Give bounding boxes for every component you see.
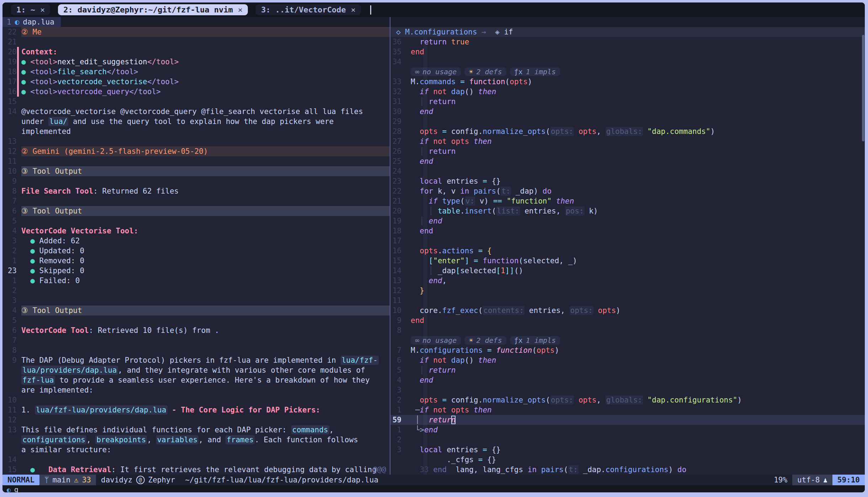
chat-line[interactable]: 12② Gemini (gemini-2.5-flash-preview-05-… <box>2 146 390 156</box>
scrollbar-thumb[interactable] <box>862 35 864 141</box>
chat-line[interactable]: 1 ● Failed: 0 <box>2 276 390 286</box>
code-line[interactable]: 12 } <box>390 286 865 296</box>
chat-line[interactable]: 17● <tool>vectorcode_vectorise</tool> <box>2 77 390 87</box>
code-line[interactable] <box>390 17 865 27</box>
tmux-tab-2[interactable]: 2: davidyz@Zephyr:~/git/fzf-lua nvim× <box>58 4 248 15</box>
chat-line[interactable]: 5 <box>2 216 390 226</box>
code-line[interactable]: 22 for k, v in pairs(t: _dap) do <box>390 186 865 196</box>
code-line[interactable]: 34 <box>390 57 865 67</box>
chat-line[interactable]: 22② Me <box>2 27 390 37</box>
code-line[interactable]: 31 │ return <box>390 97 865 107</box>
chat-line[interactable]: 111. lua/fzf-lua/providers/dap.lua - The… <box>2 405 390 415</box>
chat-line[interactable]: 1◐dap.lua <box>2 17 390 27</box>
chat-line[interactable]: lua/providers/dap.lua, and they integrat… <box>2 365 390 375</box>
code-line[interactable]: 20 │ table.insert(list: entries, pos: k) <box>390 206 865 216</box>
chat-line[interactable]: 15 <box>2 97 390 107</box>
chat-line[interactable]: 7 <box>2 335 390 345</box>
chat-line[interactable]: 12 <box>2 415 390 425</box>
code-line[interactable]: 59 │ return <box>390 415 865 425</box>
code-line[interactable]: 26 │ return <box>390 146 865 156</box>
chat-line[interactable]: 14@vectorcode_vectorise @vectorcode_quer… <box>2 107 390 117</box>
chat-line[interactable]: 4③ Tool Output <box>2 306 390 315</box>
cmdline[interactable]: ◐ q <box>2 485 865 492</box>
chat-line[interactable]: 4VectorCode Vectorise Tool: <box>2 226 390 236</box>
code-line[interactable]: 32 if not dap() then <box>390 87 865 97</box>
code-line[interactable]: 17 <box>390 236 865 246</box>
chat-line[interactable]: 3 <box>2 296 390 306</box>
chat-pane[interactable]: 1◐dap.lua22② Me2120Context:19● <tool>nex… <box>2 17 390 475</box>
code-line[interactable]: 13 end, <box>390 276 865 286</box>
chat-line[interactable]: 20Context: <box>2 47 390 57</box>
chat-line[interactable]: 14 <box>2 455 390 465</box>
code-line[interactable]: 1 └>end <box>390 425 865 435</box>
code-line[interactable]: 36 return true <box>390 37 865 47</box>
chat-line[interactable]: 23 ● Skipped: 0 <box>2 266 390 276</box>
code-line[interactable]: 3 <box>390 385 865 395</box>
code-line[interactable]: 2 opts = config.normalize_opts(opts: opt… <box>390 395 865 405</box>
close-icon[interactable]: × <box>238 5 243 14</box>
chat-line[interactable]: 1 ● Removed: 0 <box>2 256 390 266</box>
chat-line[interactable]: 9The DAP (Debug Adapter Protocol) picker… <box>2 355 390 365</box>
git-segment[interactable]: ᛘmain ⚠33 <box>39 475 96 485</box>
code-line[interactable]: 4 end <box>390 375 865 385</box>
chat-line[interactable]: 18● <tool>file_search</tool> <box>2 67 390 77</box>
code-line[interactable]: 11 <box>390 296 865 306</box>
tmux-tab-3[interactable]: 3: ..it/VectorCode× <box>256 4 361 15</box>
chat-line[interactable]: 5 <box>2 315 390 325</box>
chat-line[interactable]: 3 ● Added: 62 <box>2 236 390 246</box>
code-line[interactable]: 6 if not dap() then <box>390 355 865 365</box>
code-line[interactable]: 28 opts = config.normalize_opts(opts: op… <box>390 126 865 136</box>
chat-line[interactable]: 2 <box>2 286 390 296</box>
chat-line[interactable]: configurations, breakpoints, variables, … <box>2 435 390 445</box>
code-line[interactable]: ◇ M.configurations → ◈ if <box>390 27 865 37</box>
code-line[interactable]: 2 <box>390 435 865 445</box>
chat-line[interactable]: 11 <box>2 156 390 166</box>
code-line[interactable]: 16 opts.actions = { <box>390 246 865 256</box>
code-line[interactable]: 10 core.fzf_exec(contents: entries, opts… <box>390 306 865 315</box>
code-line[interactable]: 25 end <box>390 156 865 166</box>
chat-line[interactable]: a similar structure: <box>2 445 390 455</box>
chat-line[interactable]: 9 <box>2 176 390 186</box>
chat-line[interactable]: 2 ● Updated: 0 <box>2 246 390 256</box>
code-line[interactable]: 35end <box>390 47 865 57</box>
chat-line[interactable]: 21 <box>2 37 390 47</box>
code-line[interactable]: 14 │ _dap[selected[1]]() <box>390 266 865 276</box>
close-icon[interactable]: × <box>351 5 356 14</box>
chat-line[interactable]: 7 <box>2 196 390 206</box>
code-line[interactable]: 9end <box>390 315 865 325</box>
code-line[interactable]: 3 local entries = {} <box>390 445 865 455</box>
code-pane[interactable]: ◇ M.configurations → ◈ if36 return true3… <box>390 17 865 475</box>
chat-line[interactable]: 13This file defines individual functions… <box>2 425 390 435</box>
buffer-tab[interactable]: 1◐dap.lua <box>2 17 61 27</box>
chat-line[interactable]: are implemented: <box>2 385 390 395</box>
code-line[interactable]: 8 <box>390 325 865 335</box>
chat-line[interactable]: 13 <box>2 136 390 146</box>
code-line[interactable]: 19 │ end <box>390 216 865 226</box>
code-line[interactable]: ._cfgs = {} <box>390 455 865 465</box>
chat-line[interactable]: 8File Search Tool: Returned 62 files <box>2 186 390 196</box>
code-line[interactable]: ∞no usage☀2 defsƒx1 impls <box>390 67 865 77</box>
code-line[interactable]: 33M.commands = function(opts) <box>390 77 865 87</box>
chat-line[interactable]: 8 <box>2 345 390 355</box>
chat-line[interactable]: under lua/ and use the query tool to exp… <box>2 117 390 126</box>
code-line[interactable]: ∞no usage☀2 defsƒx1 impls <box>390 335 865 345</box>
tmux-tab-1[interactable]: 1: ~× <box>11 4 50 15</box>
chat-line[interactable]: 10③ Tool Output <box>2 166 390 176</box>
chat-line[interactable]: 10 <box>2 395 390 405</box>
code-line[interactable]: 1 ─if not opts then <box>390 405 865 415</box>
code-line[interactable]: 23 local entries = {} <box>390 176 865 186</box>
chat-line[interactable]: 6③ Tool Output <box>2 206 390 216</box>
code-line[interactable]: 7M.configurations = function(opts) <box>390 345 865 355</box>
chat-line[interactable]: 16● <tool>vectorcode_query</tool> <box>2 87 390 97</box>
code-line[interactable]: 27 if not opts then <box>390 136 865 146</box>
chat-line[interactable]: fzf-lua to provide a seamless user exper… <box>2 375 390 385</box>
code-line[interactable]: 24 <box>390 166 865 176</box>
code-line[interactable]: 15 ["enter"] = function(selected, _) <box>390 256 865 266</box>
close-icon[interactable]: × <box>40 5 45 14</box>
code-line[interactable]: 33 end lang, lang_cfgs in pairs(t: _dap.… <box>390 465 865 475</box>
code-line[interactable]: 5 │ return <box>390 365 865 375</box>
chat-line[interactable]: 19● <tool>next_edit_suggestion</tool> <box>2 57 390 67</box>
chat-line[interactable]: 6VectorCode Tool: Retrieved 10 file(s) f… <box>2 325 390 335</box>
chat-line[interactable]: implemented <box>2 126 390 136</box>
code-line[interactable]: 30 end <box>390 107 865 117</box>
